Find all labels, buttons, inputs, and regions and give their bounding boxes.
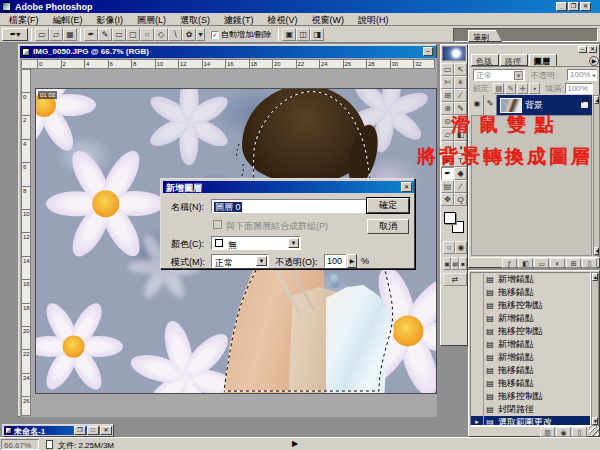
menu-item[interactable]: 編輯(E)	[46, 13, 90, 28]
standard-mode-button[interactable]: ○	[443, 241, 455, 254]
tab-channels[interactable]: 色版	[471, 54, 499, 66]
rounded-rectangle-tool-button[interactable]: ▢	[126, 28, 140, 41]
notes-tool[interactable]: ▤	[441, 180, 454, 193]
pen-tool-button[interactable]: ✒	[84, 28, 98, 41]
document-titlebar[interactable]: IMG_0050.JPG @ 66.7% (RGB) –	[20, 46, 436, 58]
dialog-close-button[interactable]: ✕	[401, 182, 412, 192]
history-state-row[interactable]: ▸▤選取範圍更改	[471, 416, 590, 426]
auto-add-checkbox[interactable]: ✓	[211, 31, 219, 39]
shape-layers-button[interactable]: ▭	[35, 28, 49, 41]
history-state-row[interactable]: ▤拖移錨點	[471, 377, 590, 390]
ok-button[interactable]: 確定	[367, 198, 409, 213]
shape-dropdown-icon[interactable]: ▾	[196, 28, 205, 41]
layer-mask-button[interactable]: ◧	[518, 258, 533, 268]
fill-value[interactable]: 100%	[565, 83, 593, 94]
restore-button[interactable]: ❐	[74, 426, 86, 435]
history-source-well[interactable]	[471, 364, 484, 377]
new-layer-button[interactable]: ⊞	[566, 258, 581, 268]
history-source-well[interactable]	[471, 351, 484, 364]
history-state-row[interactable]: ▤封閉路徑	[471, 403, 590, 416]
menu-item[interactable]: 檢視(V)	[261, 13, 305, 28]
history-state-row[interactable]: ▤新增錨點	[471, 338, 590, 351]
line-tool-button[interactable]: ∖	[168, 28, 182, 41]
doc-size-label[interactable]: 文件: 2.25M/3M	[58, 440, 114, 450]
history-state-row[interactable]: ▤新增錨點	[471, 273, 590, 286]
menu-item[interactable]: 檔案(F)	[2, 13, 46, 28]
color-select[interactable]: 無 ▼	[211, 236, 301, 250]
fill-pixels-button[interactable]: ▦	[63, 28, 77, 41]
freeform-pen-tool-button[interactable]: ✎	[98, 28, 112, 41]
intersect-area-button[interactable]: ◨	[310, 28, 324, 41]
quickmask-mode-button[interactable]: ◉	[455, 241, 467, 254]
eyedropper-tool[interactable]: ⁄	[454, 180, 467, 193]
maximize-button[interactable]: □	[87, 426, 99, 435]
history-source-well[interactable]	[471, 403, 484, 416]
close-icon[interactable]: ✕	[100, 426, 112, 435]
delete-state-button[interactable]: ▯	[572, 427, 587, 437]
custom-shape-tool-button[interactable]: ✿	[182, 28, 196, 41]
zoom-tool[interactable]: Q	[454, 193, 467, 206]
lock-transparency-icon[interactable]: ▨	[493, 83, 504, 94]
marquee-tool[interactable]: ▭	[441, 63, 454, 76]
dialog-titlebar[interactable]: 新增圖層 ✕	[163, 181, 414, 193]
rectangle-tool-button[interactable]: ▭	[112, 28, 126, 41]
screen-standard-button[interactable]: ▣	[443, 257, 451, 270]
history-source-well[interactable]: ▸	[471, 416, 484, 426]
magic-wand-tool[interactable]: ✳	[454, 76, 467, 89]
lock-image-icon[interactable]: ✎	[505, 83, 516, 94]
layer-style-button[interactable]: ƒ	[502, 258, 517, 268]
history-state-row[interactable]: ▤拖移控制點	[471, 299, 590, 312]
blend-mode-select[interactable]: 正常▼	[473, 69, 525, 81]
group-checkbox[interactable]	[213, 220, 222, 229]
restore-button[interactable]: ❐	[568, 2, 579, 11]
tab-layers[interactable]: 圖層	[529, 54, 557, 66]
chevron-down-icon[interactable]: ▼	[288, 238, 299, 248]
subtract-area-button[interactable]: ◫	[296, 28, 310, 41]
lasso-tool[interactable]: ✄	[441, 76, 454, 89]
history-source-well[interactable]	[471, 377, 484, 390]
menu-item[interactable]: 視窗(W)	[305, 13, 352, 28]
jump-to-imageready-button[interactable]: ⇄	[443, 273, 467, 286]
brushes-palette-tab[interactable]: 筆刷	[468, 30, 502, 42]
history-source-well[interactable]	[471, 273, 484, 286]
history-source-well[interactable]	[471, 286, 484, 299]
history-scrollbar[interactable]: ▲▼	[591, 272, 599, 426]
palette-close-button[interactable]: ✕	[588, 46, 597, 53]
history-source-well[interactable]	[471, 390, 484, 403]
tool-preset-picker[interactable]: ✒▾	[2, 28, 28, 41]
tab-paths[interactable]: 路徑	[500, 54, 528, 66]
menu-item[interactable]: 選取(S)	[173, 13, 217, 28]
layer-set-button[interactable]: ▭	[534, 258, 549, 268]
opacity-arrow-button[interactable]: ▶	[347, 254, 357, 268]
history-state-row[interactable]: ▤新增錨點	[471, 312, 590, 325]
history-state-row[interactable]: ▤拖移控制點	[471, 390, 590, 403]
screen-full-menubar-button[interactable]: ▤	[451, 257, 459, 270]
menu-item[interactable]: 濾鏡(T)	[217, 13, 261, 28]
lock-all-icon[interactable]: ▪	[529, 83, 540, 94]
slice-tool[interactable]: ∕	[454, 89, 467, 102]
mode-select[interactable]: 正常 ▼	[211, 254, 269, 268]
layers-scrollbar[interactable]: ▲▼	[593, 95, 600, 256]
cancel-button[interactable]: 取消	[367, 219, 409, 234]
opacity-value[interactable]: 100%▸	[567, 69, 597, 81]
chevron-down-icon[interactable]: ▼	[256, 256, 267, 266]
crop-tool[interactable]: ⊞	[441, 89, 454, 102]
status-arrow-icon[interactable]: ▶	[292, 439, 298, 448]
menu-item[interactable]: 圖層(L)	[130, 13, 173, 28]
ellipse-tool-button[interactable]: ○	[140, 28, 154, 41]
palette-minimize-button[interactable]: –	[578, 46, 587, 53]
foreground-color-swatch[interactable]	[444, 212, 456, 224]
resize-grip[interactable]	[589, 426, 599, 436]
close-button[interactable]: ✕	[580, 2, 591, 11]
new-snapshot-button[interactable]: ◉	[556, 427, 571, 437]
history-state-row[interactable]: ▤拖移錨點	[471, 364, 590, 377]
palette-menu-icon[interactable]: ▶	[589, 56, 599, 66]
minimize-button[interactable]: _	[556, 2, 567, 11]
paths-button[interactable]: ▱	[49, 28, 63, 41]
dialog-opacity-input[interactable]: 100	[324, 254, 346, 268]
name-input[interactable]: 圖層 0	[211, 199, 369, 213]
history-state-row[interactable]: ▤拖移錨點	[471, 286, 590, 299]
menu-item[interactable]: 說明(H)	[351, 13, 396, 28]
lock-position-icon[interactable]: ✛	[517, 83, 528, 94]
history-source-well[interactable]	[471, 325, 484, 338]
